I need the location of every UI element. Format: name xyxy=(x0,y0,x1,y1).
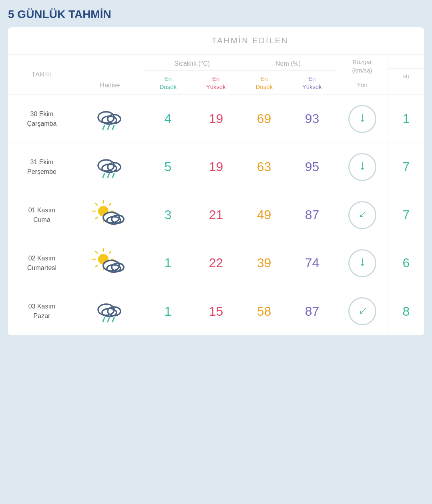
svg-line-35 xyxy=(96,252,97,253)
svg-line-37 xyxy=(109,252,111,253)
date-cell: 31 EkimPerşembe xyxy=(8,143,76,191)
svg-line-19 xyxy=(109,204,111,205)
svg-point-0 xyxy=(98,112,114,123)
temp-high-cell: 15 xyxy=(192,287,240,335)
hiz-header: Hı xyxy=(388,54,424,95)
humidity-low-cell: 39 xyxy=(240,239,288,287)
date-cell: 02 KasımCumartesi xyxy=(8,239,76,287)
en-yuksek-nem-label: En Yüksek xyxy=(288,71,336,95)
svg-line-17 xyxy=(96,204,97,205)
svg-line-38 xyxy=(96,265,97,267)
svg-line-4 xyxy=(108,125,109,129)
date-cell: 01 KasımCuma xyxy=(8,191,76,239)
svg-point-48 xyxy=(98,304,114,315)
wind-speed-cell: 6 xyxy=(388,239,424,287)
page-title: 5 GÜNLÜK TAHMİN xyxy=(8,8,424,21)
hadise-header: Hadise xyxy=(76,54,144,95)
svg-line-51 xyxy=(103,318,104,322)
data-rows: 30 EkimÇarşamba 4 19 69 93 ↑ 1 31 EkimPe… xyxy=(8,95,424,335)
wind-speed-cell: 7 xyxy=(388,143,424,191)
temp-low-cell: 1 xyxy=(144,287,192,335)
svg-line-11 xyxy=(113,173,114,177)
wind-direction-cell: ↑ xyxy=(336,239,388,287)
en-dusuk-nem-label: En Düşük xyxy=(240,71,288,95)
wind-direction-cell: ↑ xyxy=(336,191,388,239)
table-row: 30 EkimÇarşamba 4 19 69 93 ↑ 1 xyxy=(8,95,424,143)
svg-line-9 xyxy=(103,173,104,177)
humidity-high-cell: 87 xyxy=(288,287,336,335)
temp-high-cell: 22 xyxy=(192,239,240,287)
wind-speed-cell: 7 xyxy=(388,191,424,239)
weather-icon-cell xyxy=(76,95,144,143)
date-cell: 03 KasımPazar xyxy=(8,287,76,335)
en-yuksek-sicaklik-label: En Yüksek xyxy=(192,71,240,95)
sicaklik-header: Sıcaklık (°C) En Düşük En Yüksek xyxy=(144,54,240,95)
wind-direction-cell: ↑ xyxy=(336,143,388,191)
temp-low-cell: 3 xyxy=(144,191,192,239)
date-cell: 30 EkimÇarşamba xyxy=(8,95,76,143)
svg-line-53 xyxy=(113,318,114,322)
humidity-low-cell: 63 xyxy=(240,143,288,191)
table-row: 31 EkimPerşembe 5 19 63 95 ↑ 7 xyxy=(8,143,424,191)
humidity-high-cell: 95 xyxy=(288,143,336,191)
svg-line-5 xyxy=(113,125,114,129)
en-dusuk-sicaklik-label: En Düşük xyxy=(144,71,192,95)
table-row: 01 KasımCuma 3 21 49 87 ↑ 7 xyxy=(8,191,424,239)
humidity-high-cell: 93 xyxy=(288,95,336,143)
temp-high-cell: 21 xyxy=(192,191,240,239)
humidity-high-cell: 74 xyxy=(288,239,336,287)
weather-icon-cell xyxy=(76,191,144,239)
wind-speed-cell: 1 xyxy=(388,95,424,143)
svg-line-3 xyxy=(103,125,104,129)
weather-icon-cell xyxy=(76,239,144,287)
wind-direction-cell: ↑ xyxy=(336,287,388,335)
wind-speed-cell: 8 xyxy=(388,287,424,335)
tarih-header: TARİH xyxy=(8,54,76,95)
wind-direction-cell: ↑ xyxy=(336,95,388,143)
temp-high-cell: 19 xyxy=(192,143,240,191)
weather-table: TAHMİN EDİLEN TARİH Hadise Sıcaklık (°C)… xyxy=(8,27,424,335)
humidity-high-cell: 87 xyxy=(288,191,336,239)
tahmin-edilen-label: TAHMİN EDİLEN xyxy=(76,27,424,54)
temp-low-cell: 1 xyxy=(144,239,192,287)
weather-icon-cell xyxy=(76,143,144,191)
svg-point-6 xyxy=(98,160,114,171)
svg-line-20 xyxy=(96,217,97,219)
weather-icon-cell xyxy=(76,287,144,335)
humidity-low-cell: 69 xyxy=(240,95,288,143)
nem-header: Nem (%) En Düşük En Yüksek xyxy=(240,54,336,95)
table-row: 03 KasımPazar 1 15 58 87 ↑ 8 xyxy=(8,287,424,335)
temp-low-cell: 4 xyxy=(144,95,192,143)
temp-high-cell: 19 xyxy=(192,95,240,143)
temp-low-cell: 5 xyxy=(144,143,192,191)
ruzgar-header: Rüzgar (km/sa) Yön xyxy=(336,54,388,95)
svg-line-52 xyxy=(108,318,109,322)
humidity-low-cell: 49 xyxy=(240,191,288,239)
humidity-low-cell: 58 xyxy=(240,287,288,335)
table-row: 02 KasımCumartesi 1 22 39 74 ↑ 6 xyxy=(8,239,424,287)
svg-line-10 xyxy=(108,173,109,177)
